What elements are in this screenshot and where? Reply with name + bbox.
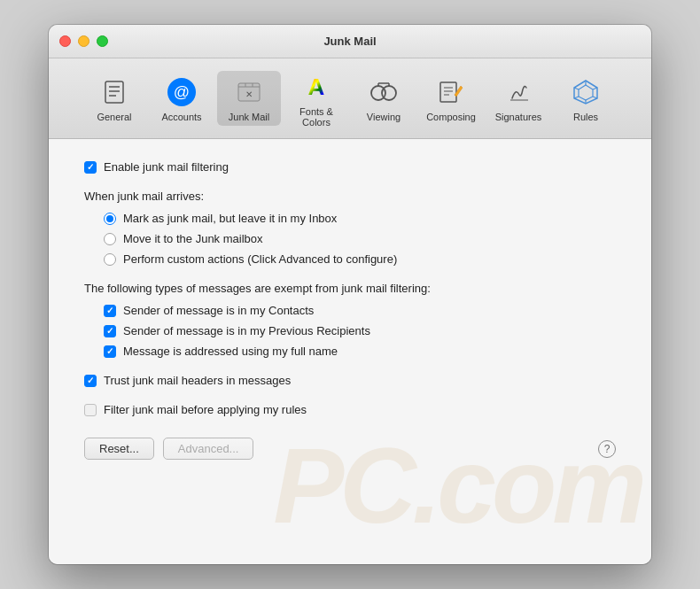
tab-fonts-colors-label: Fonts & Colors — [288, 106, 345, 128]
exempt-label: The following types of messages are exem… — [84, 282, 616, 295]
radio-mark-row: Mark as junk mail, but leave it in my In… — [104, 212, 616, 225]
radio-options: Mark as junk mail, but leave it in my In… — [104, 212, 616, 266]
tab-composing-label: Composing — [426, 112, 476, 122]
radio-move-row: Move it to the Junk mailbox — [104, 232, 616, 245]
tab-rules-label: Rules — [573, 112, 598, 122]
help-button[interactable]: ? — [598, 440, 616, 458]
radio-move-label: Move it to the Junk mailbox — [123, 232, 263, 245]
close-button[interactable] — [59, 35, 71, 47]
radio-custom-row: Perform custom actions (Click Advanced t… — [104, 252, 616, 266]
tab-rules[interactable]: Rules — [554, 71, 618, 126]
when-arrives-label: When junk mail arrives: — [84, 190, 616, 203]
enable-label: Enable junk mail filtering — [104, 160, 229, 174]
exempt-section: The following types of messages are exem… — [84, 282, 616, 358]
tab-composing[interactable]: Composing — [419, 71, 483, 126]
fonts-colors-icon: A — [300, 71, 332, 103]
trust-section: Trust junk mail headers in messages — [84, 374, 616, 387]
when-arrives-section: When junk mail arrives: Mark as junk mai… — [84, 190, 616, 266]
svg-rect-0 — [105, 81, 123, 103]
rules-icon — [570, 76, 602, 108]
exempt-contacts-checkbox[interactable] — [104, 305, 116, 317]
window-title: Junk Mail — [323, 35, 376, 48]
trust-checkbox[interactable] — [84, 375, 97, 387]
exempt-options: Sender of message is in my Contacts Send… — [104, 304, 616, 358]
advanced-button[interactable]: Advanced... — [163, 438, 254, 460]
radio-mark[interactable] — [104, 213, 116, 225]
tab-accounts[interactable]: @ Accounts — [150, 71, 214, 126]
tab-signatures[interactable]: Signatures — [486, 71, 550, 126]
tab-accounts-label: Accounts — [161, 112, 201, 122]
exempt-contacts-label: Sender of message is in my Contacts — [123, 304, 314, 317]
titlebar: Junk Mail — [49, 25, 651, 58]
buttons-row: Reset... Advanced... ? — [84, 438, 616, 460]
svg-marker-21 — [579, 85, 593, 100]
toolbar: General @ Accounts ✕ Junk Mail A — [49, 58, 651, 139]
exempt-contacts-row: Sender of message is in my Contacts — [104, 304, 616, 317]
exempt-recipients-label: Sender of message is in my Previous Reci… — [123, 324, 370, 337]
main-window: Junk Mail General @ Accounts — [49, 25, 651, 564]
filter-checkbox[interactable] — [84, 404, 97, 416]
trust-row: Trust junk mail headers in messages — [84, 374, 616, 387]
junkmail-icon: ✕ — [233, 76, 265, 108]
tab-signatures-label: Signatures — [495, 112, 542, 122]
tab-junkmail[interactable]: ✕ Junk Mail — [217, 71, 281, 126]
radio-mark-label: Mark as junk mail, but leave it in my In… — [123, 212, 337, 225]
filter-row: Filter junk mail before applying my rule… — [84, 403, 616, 416]
minimize-button[interactable] — [78, 35, 89, 47]
tab-general[interactable]: General — [82, 71, 146, 126]
exempt-recipients-row: Sender of message is in my Previous Reci… — [104, 324, 616, 337]
trust-label: Trust junk mail headers in messages — [104, 374, 291, 387]
signatures-icon — [502, 76, 534, 108]
tab-fonts-colors[interactable]: A Fonts & Colors — [284, 66, 348, 131]
svg-rect-14 — [440, 82, 456, 102]
enable-checkbox[interactable] — [84, 161, 97, 174]
radio-move[interactable] — [104, 233, 116, 245]
tab-viewing[interactable]: Viewing — [352, 71, 416, 126]
traffic-lights — [59, 35, 108, 47]
filter-label: Filter junk mail before applying my rule… — [104, 403, 307, 416]
radio-custom-label: Perform custom actions (Click Advanced t… — [123, 252, 397, 266]
exempt-fullname-label: Message is addressed using my full name — [123, 345, 338, 358]
svg-text:✕: ✕ — [245, 89, 253, 99]
viewing-icon — [368, 76, 400, 108]
enable-row: Enable junk mail filtering — [84, 160, 616, 174]
reset-button[interactable]: Reset... — [84, 438, 154, 460]
filter-section: Filter junk mail before applying my rule… — [84, 403, 616, 416]
enable-section: Enable junk mail filtering — [84, 160, 616, 174]
exempt-fullname-row: Message is addressed using my full name — [104, 345, 616, 358]
accounts-icon: @ — [166, 76, 198, 108]
general-icon — [98, 76, 130, 108]
tab-junkmail-label: Junk Mail — [229, 112, 269, 122]
settings-content: Enable junk mail filtering When junk mai… — [84, 160, 616, 460]
composing-icon — [435, 76, 467, 108]
content-area: PC.com Enable junk mail filtering When j… — [49, 139, 651, 564]
maximize-button[interactable] — [97, 35, 108, 47]
tab-viewing-label: Viewing — [367, 112, 401, 122]
exempt-fullname-checkbox[interactable] — [104, 345, 116, 358]
radio-custom[interactable] — [104, 253, 116, 266]
tab-general-label: General — [97, 112, 131, 122]
exempt-recipients-checkbox[interactable] — [104, 325, 116, 337]
svg-point-10 — [382, 86, 396, 100]
